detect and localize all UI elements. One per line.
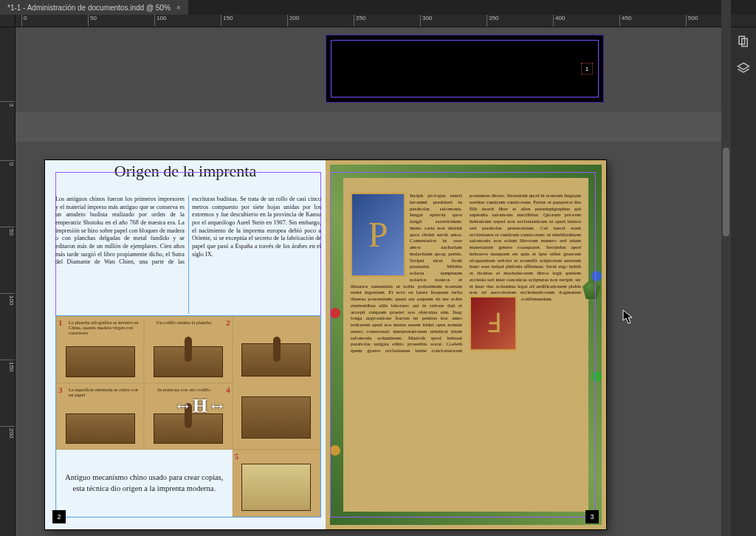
ruler-tick: 450 xyxy=(619,15,631,27)
margin-frame-right xyxy=(330,172,596,518)
layers-panel-icon[interactable] xyxy=(737,61,750,78)
step-number: 1 xyxy=(58,318,63,327)
ruler-tick: 50 xyxy=(88,15,97,27)
pasteboard-gap xyxy=(16,112,730,142)
grid-cell-4[interactable]: 3 La superficie entintada se cubre con u… xyxy=(56,383,144,450)
roller-illustration xyxy=(185,403,192,428)
ruler-origin[interactable] xyxy=(0,15,16,27)
step-number: 4 xyxy=(226,385,230,394)
master-page-margin-frame xyxy=(331,40,599,97)
woodblock-illustration xyxy=(66,346,135,377)
grid-caption[interactable]: Antiguo mecanismo chino usado para crear… xyxy=(56,450,233,517)
body-text: Los antiguos chinos fueron los primeros … xyxy=(55,196,321,265)
ruler-tick: 100 xyxy=(0,293,15,305)
horizontal-ruler[interactable]: 050100150200250300350400450500 xyxy=(16,15,756,27)
roller-illustration xyxy=(185,337,192,362)
page-left[interactable]: Origen de la imprenta Los antiguos chino… xyxy=(45,160,326,529)
page-right[interactable]: PARABOLA Incipit prologus sancti ieronim… xyxy=(326,160,606,529)
ruler-tick: 300 xyxy=(420,15,432,27)
ruler-tick: 500 xyxy=(686,15,698,27)
step-number: 3 xyxy=(58,385,63,394)
ruler-tick: 150 xyxy=(0,360,15,371)
step-number: 5 xyxy=(235,452,239,461)
step-caption: La superficie entintada se cubre con un … xyxy=(69,387,140,397)
printed-page-illustration xyxy=(241,464,311,511)
scrollbar-thumb[interactable] xyxy=(723,148,729,236)
vertical-ruler[interactable]: 3050100150200 xyxy=(0,27,16,536)
grid-caption-text: Antiguo mecanismo chino usado para crear… xyxy=(64,473,224,493)
body-text-frame[interactable]: Los antiguos chinos fueron los primeros … xyxy=(55,196,321,314)
ruler-tick: 200 xyxy=(0,426,15,438)
ruler-tick: 100 xyxy=(154,15,166,27)
ruler-tick: 0 xyxy=(0,160,15,165)
workspace: 3050100150200 1 Origen de la imprenta Lo… xyxy=(0,27,756,536)
step-number: 2 xyxy=(226,318,230,327)
page-number-left: 2 xyxy=(52,510,66,523)
ruler-row: 050100150200250300350400450500 xyxy=(0,15,756,27)
close-icon[interactable]: × xyxy=(176,4,181,12)
grid-cell-6[interactable]: 5 xyxy=(233,450,320,517)
ruler-tick: 0 xyxy=(21,15,27,27)
document-tab[interactable]: *1-1 - Administración de documentos.indd… xyxy=(0,0,188,15)
ruler-tick: 200 xyxy=(287,15,299,27)
grid-cell-1[interactable]: 1 La plancha xilográfica se inventó en C… xyxy=(56,316,144,383)
right-panel-dock[interactable] xyxy=(730,27,756,536)
ruler-tick: 3 xyxy=(0,101,15,106)
ruler-tick: 150 xyxy=(221,15,233,27)
canvas[interactable]: 1 Origen de la imprenta Los antiguos chi… xyxy=(16,27,730,536)
grid-cell-3[interactable] xyxy=(233,316,320,450)
ruler-tick: 250 xyxy=(354,15,365,27)
step-caption: La plancha xilográfica se inventó en Chi… xyxy=(69,320,140,335)
grid-cell-2[interactable]: 2 Un rodillo entinta la plancha xyxy=(144,316,232,383)
grid-cell-5[interactable]: 4 Se presiona con otro rodillo xyxy=(144,383,232,450)
master-page[interactable]: 1 xyxy=(326,35,604,103)
document-tab-bar: *1-1 - Administración de documentos.indd… xyxy=(0,0,756,15)
pages-panel-icon[interactable] xyxy=(737,35,750,51)
document-tab-title: *1-1 - Administración de documentos.indd… xyxy=(7,4,171,12)
ruler-tick: 350 xyxy=(487,15,498,27)
step-caption: Un rodillo entinta la plancha xyxy=(148,320,219,325)
mouse-cursor-icon xyxy=(622,309,634,327)
spread[interactable]: Origen de la imprenta Los antiguos chino… xyxy=(45,160,606,529)
step-caption: Se presiona con otro rodillo xyxy=(148,387,219,392)
page-number-right: 3 xyxy=(585,510,599,523)
roller-illustration xyxy=(273,337,281,362)
image-grid[interactable]: 1 La plancha xilográfica se inventó en C… xyxy=(55,315,321,518)
ruler-tick: 50 xyxy=(0,227,15,236)
ruler-tick: 400 xyxy=(553,15,565,27)
woodblock-illustration xyxy=(241,396,311,439)
vertical-scrollbar[interactable] xyxy=(721,0,731,536)
master-page-number: 1 xyxy=(581,63,593,75)
woodblock-illustration xyxy=(66,413,135,444)
